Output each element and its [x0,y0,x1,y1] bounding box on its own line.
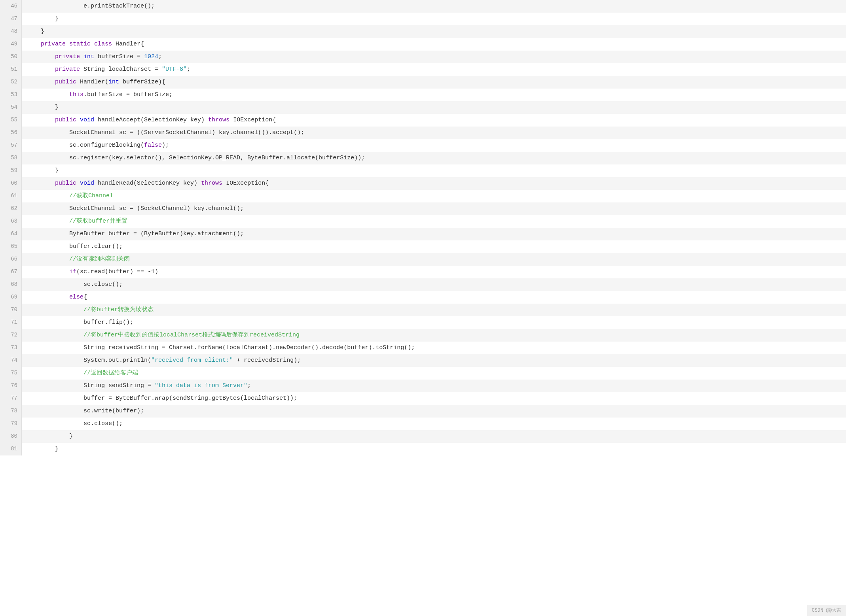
code-line: 49 private static class Handler{ [0,38,846,51]
code-line: 70 //将buffer转换为读状态 [0,304,846,316]
line-content: buffer.flip(); [22,316,846,329]
line-number: 59 [0,164,22,177]
line-number: 63 [0,215,22,228]
code-line: 53 this.bufferSize = bufferSize; [0,89,846,101]
line-content: buffer = ByteBuffer.wrap(sendString.getB… [22,392,846,405]
line-content: else{ [22,291,846,304]
line-content: } [22,13,846,25]
line-number: 47 [0,13,22,25]
line-content: //将buffer转换为读状态 [22,304,846,316]
line-content: //返回数据给客户端 [22,367,846,380]
code-line: 76 String sendString = "this data is fro… [0,380,846,392]
line-number: 48 [0,25,22,38]
code-line: 59 } [0,164,846,177]
line-content: //获取buffer并重置 [22,215,846,228]
line-number: 80 [0,430,22,443]
line-content: sc.register(key.selector(), SelectionKey… [22,152,846,164]
line-number: 54 [0,101,22,114]
line-content: ByteBuffer buffer = (ByteBuffer)key.atta… [22,228,846,240]
line-number: 55 [0,114,22,127]
code-line: 74 System.out.println("received from cli… [0,354,846,367]
code-line: 60 public void handleRead(SelectionKey k… [0,177,846,190]
code-line: 75 //返回数据给客户端 [0,367,846,380]
code-line: 79 sc.close(); [0,418,846,430]
code-line: 73 String receivedString = Charset.forNa… [0,342,846,354]
line-content: public Handler(int bufferSize){ [22,76,846,89]
line-content: //将buffer中接收到的值按localCharset格式编码后保存到rece… [22,329,846,342]
line-number: 46 [0,0,22,13]
line-content: public void handleAccept(SelectionKey ke… [22,114,846,127]
code-line: 62 SocketChannel sc = (SocketChannel) ke… [0,202,846,215]
line-content: //获取Channel [22,190,846,202]
code-line: 51 private String localCharset = "UTF-8"… [0,63,846,76]
line-number: 50 [0,51,22,63]
line-number: 60 [0,177,22,190]
code-line: 71 buffer.flip(); [0,316,846,329]
code-line: 80 } [0,430,846,443]
line-content: this.bufferSize = bufferSize; [22,89,846,101]
line-content: public void handleRead(SelectionKey key)… [22,177,846,190]
code-line: 66 //没有读到内容则关闭 [0,253,846,266]
code-line: 65 buffer.clear(); [0,240,846,253]
line-number: 64 [0,228,22,240]
line-content: } [22,443,846,455]
code-line: 63 //获取buffer并重置 [0,215,846,228]
code-line: 72 //将buffer中接收到的值按localCharset格式编码后保存到r… [0,329,846,342]
line-number: 58 [0,152,22,164]
footer-label: CSDN @@大吉 [807,605,846,616]
code-line: 47 } [0,13,846,25]
line-number: 61 [0,190,22,202]
code-line: 55 public void handleAccept(SelectionKey… [0,114,846,127]
line-number: 76 [0,380,22,392]
line-content: System.out.println("received from client… [22,354,846,367]
line-number: 81 [0,443,22,455]
line-number: 71 [0,316,22,329]
line-content: private String localCharset = "UTF-8"; [22,63,846,76]
line-content: } [22,101,846,114]
line-number: 73 [0,342,22,354]
line-number: 65 [0,240,22,253]
line-number: 78 [0,405,22,418]
line-content: if(sc.read(buffer) == -1) [22,266,846,278]
code-container: 46 e.printStackTrace();47 }48 }49 privat… [0,0,846,616]
code-line: 61 //获取Channel [0,190,846,202]
line-number: 62 [0,202,22,215]
line-number: 75 [0,367,22,380]
line-number: 77 [0,392,22,405]
line-content: String sendString = "this data is from S… [22,380,846,392]
code-line: 50 private int bufferSize = 1024; [0,51,846,63]
line-number: 57 [0,139,22,152]
code-line: 77 buffer = ByteBuffer.wrap(sendString.g… [0,392,846,405]
code-line: 67 if(sc.read(buffer) == -1) [0,266,846,278]
line-number: 69 [0,291,22,304]
line-content: } [22,164,846,177]
code-line: 81 } [0,443,846,455]
code-line: 58 sc.register(key.selector(), Selection… [0,152,846,164]
line-content: private int bufferSize = 1024; [22,51,846,63]
code-line: 48 } [0,25,846,38]
line-content: //没有读到内容则关闭 [22,253,846,266]
line-content: sc.write(buffer); [22,405,846,418]
line-number: 72 [0,329,22,342]
line-number: 49 [0,38,22,51]
line-content: private static class Handler{ [22,38,846,51]
line-content: SocketChannel sc = ((ServerSocketChannel… [22,127,846,139]
line-content: e.printStackTrace(); [22,0,846,13]
line-number: 52 [0,76,22,89]
line-content: sc.close(); [22,278,846,291]
line-content: String receivedString = Charset.forName(… [22,342,846,354]
line-number: 68 [0,278,22,291]
line-number: 53 [0,89,22,101]
code-line: 57 sc.configureBlocking(false); [0,139,846,152]
code-line: 64 ByteBuffer buffer = (ByteBuffer)key.a… [0,228,846,240]
line-number: 66 [0,253,22,266]
line-content: } [22,25,846,38]
line-content: sc.close(); [22,418,846,430]
line-number: 70 [0,304,22,316]
line-content: sc.configureBlocking(false); [22,139,846,152]
line-number: 51 [0,63,22,76]
code-line: 78 sc.write(buffer); [0,405,846,418]
code-line: 46 e.printStackTrace(); [0,0,846,13]
code-line: 52 public Handler(int bufferSize){ [0,76,846,89]
line-content: } [22,430,846,443]
